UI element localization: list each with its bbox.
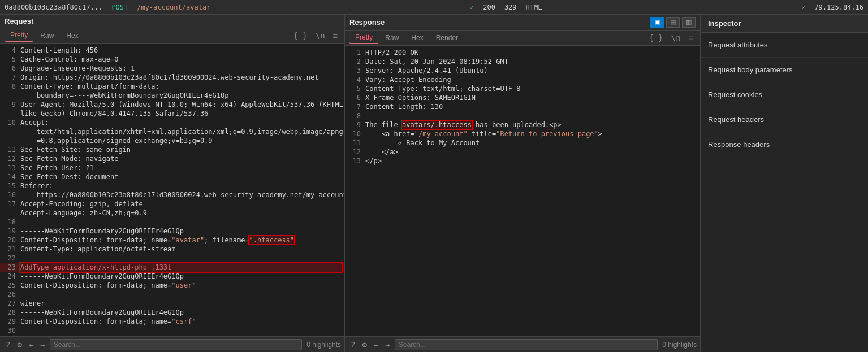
response-line-10: 10 <a href="/my-account" title="Return t… (345, 129, 700, 138)
request-title: Request (5, 17, 33, 25)
back-icon-request[interactable]: ← (27, 339, 36, 350)
response-line-4: 4Vary: Accept-Encoding (345, 75, 700, 84)
request-line-17: 17Accept-Encoding: gzip, deflate (0, 199, 344, 208)
inspector-item-request-body-parameters[interactable]: Request body parameters (701, 58, 868, 82)
inspector-item-request-attributes[interactable]: Request attributes (701, 33, 868, 58)
response-type: HTML (526, 3, 542, 11)
tab-hex-request[interactable]: Hex (61, 30, 84, 41)
response-line-1: 1HTTP/2 200 OK (345, 48, 700, 57)
response-line-11: 11 « Back to My Account (345, 138, 700, 147)
request-line-5: 5Cache-Control: max-age=0 (0, 55, 344, 64)
response-line-6: 6X-Frame-Options: SAMEORIGIN (345, 93, 700, 102)
pretty-icon-request[interactable]: { } (291, 30, 309, 41)
view-toggle-1[interactable]: ▣ (650, 17, 664, 28)
settings-icon-request[interactable]: ⚙ (15, 339, 24, 350)
response-content: 1HTTP/2 200 OK 2Date: Sat, 20 Jan 2024 0… (345, 46, 700, 336)
request-line-10a: 10Accept: (0, 118, 344, 127)
request-line-6: 6Upgrade-Insecure-Requests: 1 (0, 64, 344, 73)
wrap-icon-response[interactable]: \n (669, 32, 683, 44)
request-line-17b: Accept-Language: zh-CN,zh;q=0.9 (0, 208, 344, 218)
response-line-2: 2Date: Sat, 20 Jan 2024 08:19:52 GMT (345, 57, 700, 66)
tab-pretty-response[interactable]: Pretty (349, 32, 378, 44)
request-line-21: 21Content-Type: application/octet-stream (0, 245, 344, 254)
inspector-item-request-headers[interactable]: Request headers (701, 107, 868, 132)
request-tab-bar: Pretty Raw Hex { } \n ≡ (0, 28, 344, 44)
request-line-29: 29Content-Disposition: form-data; name="… (0, 317, 344, 326)
highlights-count-response: 0 highlights (662, 341, 697, 349)
request-line-15: 15Referer: (0, 181, 344, 190)
request-line-14: 14Sec-Fetch-Dest: document (0, 172, 344, 181)
forward-icon-response[interactable]: → (383, 339, 392, 350)
check1: ✓ (470, 3, 474, 11)
search-input-request[interactable] (50, 339, 303, 350)
request-line-10b: text/html,application/xhtml+xml,applicat… (0, 127, 344, 136)
tab-raw-response[interactable]: Raw (379, 32, 404, 44)
status-code: 200 (483, 3, 495, 11)
tab-render-response[interactable]: Render (430, 32, 464, 44)
request-line-16: 16 https://0a8800b103c23a8f80c17ld300900… (0, 190, 344, 199)
top-bar: 0a8800b103c23a8f80c17... POST /my-accoun… (0, 0, 868, 15)
request-line-23: 23 AddType application/x-httpd-php .133t (0, 263, 344, 272)
request-line-27: 27wiener (0, 299, 344, 308)
view-toggle-2[interactable]: ▤ (666, 17, 680, 28)
request-line-25: 25Content-Disposition: form-data; name="… (0, 281, 344, 290)
response-bottom-bar: ? ⚙ ← → 0 highlights (345, 336, 700, 352)
back-icon-response[interactable]: ← (372, 339, 381, 350)
wrap-icon-request[interactable]: \n (313, 30, 327, 41)
inspector-title: Inspector (701, 15, 868, 33)
request-content: 4Content-Length: 456 5Cache-Control: max… (0, 44, 344, 336)
check2: ✓ (801, 3, 805, 11)
request-panel: Request Pretty Raw Hex { } \n ≡ 4Content… (0, 15, 345, 352)
http-method: POST (111, 3, 128, 11)
request-line-11: 11Sec-Fetch-Site: same-origin (0, 145, 344, 154)
request-line-18: 18 (0, 218, 344, 227)
response-header: Response ▣ ▤ ▥ (345, 15, 700, 31)
request-line-19: 19------WebKitFormBoundary2GugORIEEr4eG1… (0, 227, 344, 236)
response-panel: Response ▣ ▤ ▥ Pretty Raw Hex Render { }… (345, 15, 701, 352)
main-layout: Request Pretty Raw Hex { } \n ≡ 4Content… (0, 15, 868, 352)
request-header: Request (0, 15, 344, 28)
inspector-panel: Inspector Request attributes Request bod… (701, 15, 868, 352)
request-line-4: 4Content-Length: 456 (0, 46, 344, 55)
help-icon-response[interactable]: ? (348, 339, 357, 350)
request-url: /my-account/avatar (137, 3, 210, 11)
response-size: 329 (504, 3, 517, 11)
request-line-20: 20 Content-Disposition: form-data; name=… (0, 236, 344, 245)
settings-icon-response[interactable]: ⚙ (360, 339, 369, 350)
menu-icon-response[interactable]: ≡ (686, 32, 696, 44)
search-input-response[interactable] (395, 339, 658, 350)
pretty-icon-response[interactable]: { } (646, 32, 665, 44)
view-toggle-3[interactable]: ▥ (682, 17, 696, 28)
request-bottom-bar: ? ⚙ ← → 0 highlights (0, 336, 344, 352)
response-tab-bar: Pretty Raw Hex Render { } \n ≡ (345, 31, 700, 46)
request-line-10c: =0.8,application/signed-exchange;v=b3;q=… (0, 136, 344, 145)
response-line-7: 7Content-Length: 130 (345, 102, 700, 111)
request-line-28: 28------WebKitFormBoundary2GugORIEEr4eG1… (0, 308, 344, 317)
request-line-7: 7Origin: https://0a8800b103c23a8f80c17ld… (0, 73, 344, 82)
request-line-12: 12Sec-Fetch-Mode: navigate (0, 154, 344, 163)
response-line-9: 9 The file avatars/.htaccess has been up… (345, 120, 700, 129)
request-line-24: 24------WebKitFormBoundary2GugORIEEr4eG1… (0, 272, 344, 281)
highlights-count-request: 0 highlights (306, 341, 341, 349)
request-line-30: 30 (0, 326, 344, 335)
tab-pretty-request[interactable]: Pretty (5, 29, 33, 42)
request-id: 0a8800b103c23a8f80c17... (5, 3, 102, 11)
response-line-13: 13</p> (345, 157, 700, 166)
request-line-8a: 8Content-Type: multipart/form-data; (0, 82, 344, 91)
request-line-9a: 9User-Agent: Mozilla/5.0 (Windows NT 10.… (0, 100, 344, 109)
inspector-item-request-cookies[interactable]: Request cookies (701, 82, 868, 107)
response-line-12: 12 </a> (345, 147, 700, 157)
server-ip: 79.125.84.16 (814, 3, 863, 11)
forward-icon-request[interactable]: → (38, 339, 47, 350)
response-line-8: 8 (345, 111, 700, 120)
response-line-5: 5Content-Type: text/html; charset=UTF-8 (345, 84, 700, 93)
request-line-13: 13Sec-Fetch-User: ?1 (0, 163, 344, 172)
response-line-3: 3Server: Apache/2.4.41 (Ubuntu) (345, 66, 700, 75)
request-line-9b: like Gecko) Chrome/84.0.4147.135 Safari/… (0, 109, 344, 118)
menu-icon-request[interactable]: ≡ (331, 30, 340, 41)
request-line-8b: boundary=----WebKitFormBoundary2GugORIEE… (0, 91, 344, 100)
tab-hex-response[interactable]: Hex (405, 32, 429, 44)
help-icon-request[interactable]: ? (3, 339, 12, 350)
tab-raw-request[interactable]: Raw (34, 30, 59, 41)
inspector-item-response-headers[interactable]: Response headers (701, 132, 868, 157)
